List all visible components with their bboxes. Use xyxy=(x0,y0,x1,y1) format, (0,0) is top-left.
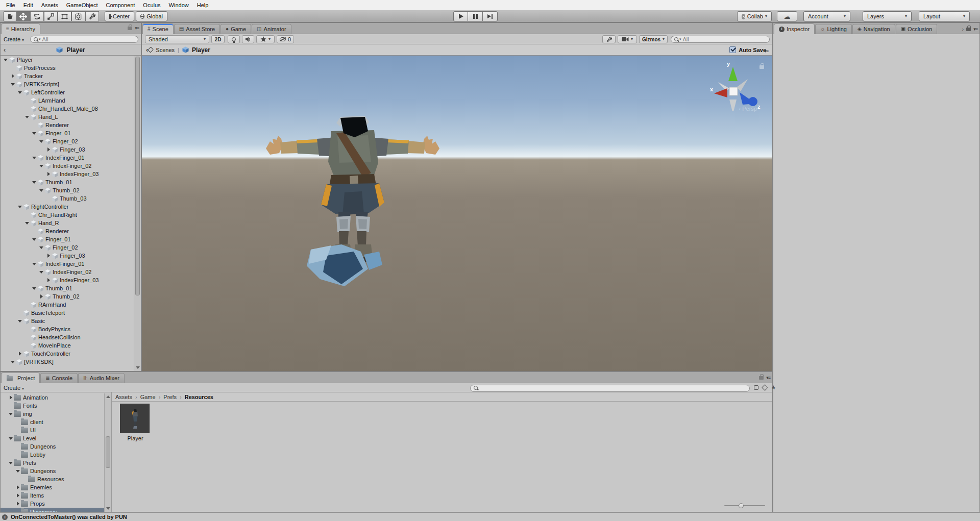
scene-effects-dropdown[interactable]: ▾ xyxy=(256,35,275,43)
foldout-arrow-icon[interactable] xyxy=(24,302,30,308)
hierarchy-search-input[interactable]: ▾ All xyxy=(30,36,138,43)
foldout-arrow-icon[interactable] xyxy=(15,484,21,490)
foldout-arrow-icon[interactable] xyxy=(17,318,23,324)
hierarchy-tree-item[interactable]: Finger_01 xyxy=(1,129,133,137)
foldout-arrow-icon[interactable] xyxy=(38,293,44,300)
foldout-arrow-icon[interactable] xyxy=(45,146,52,153)
project-folder-item[interactable]: Prefs xyxy=(1,459,104,467)
foldout-arrow-icon[interactable] xyxy=(15,427,21,433)
step-button[interactable] xyxy=(482,11,498,21)
hierarchy-tree-item[interactable]: TouchController xyxy=(1,350,133,358)
scroll-down-arrow[interactable] xyxy=(106,507,110,510)
move-tool-button[interactable] xyxy=(16,11,30,21)
foldout-arrow-icon[interactable] xyxy=(15,501,21,507)
thumbnail-zoom-slider[interactable] xyxy=(724,503,765,509)
foldout-arrow-icon[interactable] xyxy=(31,155,37,161)
foldout-arrow-icon[interactable] xyxy=(15,452,21,458)
project-tree-scrollbar[interactable] xyxy=(104,393,111,512)
create-dropdown[interactable]: Create ▾ xyxy=(4,385,24,391)
axis-y-label[interactable]: y xyxy=(727,61,730,67)
hierarchy-tree-item[interactable]: BodyPhysics xyxy=(1,325,133,333)
foldout-arrow-icon[interactable] xyxy=(10,81,16,87)
foldout-arrow-icon[interactable] xyxy=(17,351,23,357)
foldout-arrow-icon[interactable] xyxy=(10,65,16,71)
player-character-model[interactable] xyxy=(251,116,455,289)
saved-search-star-icon[interactable]: ★ xyxy=(770,384,777,391)
project-folder-item[interactable]: Resources xyxy=(1,508,104,512)
project-folder-item[interactable]: Props xyxy=(1,500,104,508)
hierarchy-tree-item[interactable]: IndexFinger_03 xyxy=(1,276,133,284)
back-arrow-icon[interactable]: ‹ xyxy=(4,46,6,54)
scenes-back-button[interactable]: ‹ xyxy=(146,46,153,53)
projection-mode-label[interactable]: Persp xyxy=(739,106,757,112)
menu-item[interactable]: Component xyxy=(102,1,139,9)
menu-item[interactable]: GameObject xyxy=(62,1,102,9)
tab-hierarchy[interactable]: ≡ Hierarchy xyxy=(1,23,40,34)
asset-item-player[interactable]: Player xyxy=(120,404,151,441)
create-dropdown[interactable]: Create ▾ xyxy=(4,36,24,42)
foldout-arrow-icon[interactable] xyxy=(8,394,14,401)
rect-tool-button[interactable] xyxy=(58,11,71,21)
hierarchy-scrollbar[interactable] xyxy=(134,56,141,371)
status-bar[interactable]: OnConnectedToMaster() was called by PUN xyxy=(0,512,980,521)
hierarchy-tree-item[interactable]: IndexFinger_01 xyxy=(1,154,133,162)
hierarchy-tree-item[interactable]: Chr_HandRight xyxy=(1,211,133,219)
foldout-arrow-icon[interactable] xyxy=(8,403,14,409)
foldout-arrow-icon[interactable] xyxy=(8,460,14,466)
hierarchy-tree-item[interactable]: LArmHand xyxy=(1,96,133,105)
foldout-arrow-icon[interactable] xyxy=(31,285,37,291)
hierarchy-tree-item[interactable]: Finger_03 xyxy=(1,145,133,154)
hierarchy-tree-item[interactable]: [VRTKSDK] xyxy=(1,358,133,366)
hierarchy-tree-item[interactable]: Finger_02 xyxy=(1,243,133,252)
hierarchy-tree-item[interactable]: Thumb_02 xyxy=(1,186,133,194)
pause-button[interactable] xyxy=(468,11,483,21)
foldout-arrow-icon[interactable] xyxy=(15,468,21,474)
axis-x-label[interactable]: x xyxy=(710,86,714,92)
inspector-tab[interactable]: ◈ Navigation xyxy=(852,24,895,34)
draw-mode-dropdown[interactable]: Shaded▾ xyxy=(145,35,209,43)
rotate-tool-button[interactable] xyxy=(30,11,44,21)
hierarchy-tree-item[interactable]: Thumb_01 xyxy=(1,284,133,292)
foldout-arrow-icon[interactable] xyxy=(31,261,37,267)
hierarchy-tree-item[interactable]: Hand_R xyxy=(1,219,133,227)
foldout-arrow-icon[interactable] xyxy=(24,342,30,349)
project-folder-item[interactable]: Items xyxy=(1,491,104,500)
foldout-arrow-icon[interactable] xyxy=(45,277,52,283)
hierarchy-tree-item[interactable]: RightController xyxy=(1,203,133,211)
foldout-arrow-icon[interactable] xyxy=(17,310,23,316)
project-folder-item[interactable]: Enemies xyxy=(1,483,104,491)
menu-item[interactable]: Assets xyxy=(37,1,62,9)
foldout-arrow-icon[interactable] xyxy=(3,57,9,63)
foldout-arrow-icon[interactable] xyxy=(22,476,28,482)
hierarchy-tree-item[interactable]: RArmHand xyxy=(1,301,133,309)
foldout-arrow-icon[interactable] xyxy=(10,359,16,365)
hierarchy-tree-item[interactable]: LeftController xyxy=(1,88,133,96)
view-tab[interactable]: ● Game xyxy=(220,24,251,34)
foldout-arrow-icon[interactable] xyxy=(31,130,37,136)
project-folder-item[interactable]: Dungeons xyxy=(1,442,104,451)
breadcrumb-segment[interactable]: Prefs xyxy=(163,394,184,400)
foldout-arrow-icon[interactable] xyxy=(24,220,30,226)
menu-item[interactable]: Help xyxy=(193,1,213,9)
lock-icon[interactable] xyxy=(128,27,132,30)
foldout-arrow-icon[interactable] xyxy=(15,419,21,425)
menu-item[interactable]: Oculus xyxy=(139,1,164,9)
pivot-toggle-button[interactable]: Center xyxy=(105,11,134,21)
inspector-tab[interactable]: ☼ Lighting xyxy=(815,24,852,34)
hierarchy-tree-item[interactable]: Thumb_03 xyxy=(1,194,133,203)
hierarchy-tree-item[interactable]: Renderer xyxy=(1,121,133,129)
hierarchy-tree-item[interactable]: Player xyxy=(1,56,133,64)
custom-editor-tools-button[interactable] xyxy=(85,11,99,21)
hierarchy-tree-item[interactable]: IndexFinger_03 xyxy=(1,170,133,178)
layout-dropdown[interactable]: Layout▾ xyxy=(919,11,970,21)
project-folder-item[interactable]: Lobby xyxy=(1,451,104,459)
lock-icon[interactable] xyxy=(966,28,971,31)
scene-viewport[interactable]: y x z Persp xyxy=(142,56,772,371)
bottom-tab[interactable]: Project xyxy=(1,373,40,383)
pane-menu-icon[interactable]: ▾≡ xyxy=(973,27,977,32)
bottom-tab[interactable]: ≣ Console xyxy=(40,373,78,383)
breadcrumb-segment[interactable]: Assets xyxy=(115,394,140,400)
scene-orientation-gizmo[interactable]: y x z xyxy=(710,60,761,111)
hierarchy-tree-item[interactable]: Finger_01 xyxy=(1,235,133,243)
view-tab[interactable]: # Scene xyxy=(142,23,174,34)
